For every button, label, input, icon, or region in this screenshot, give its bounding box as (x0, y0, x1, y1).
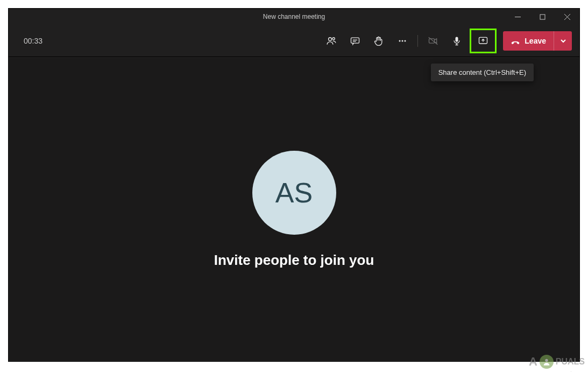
more-icon (397, 36, 408, 46)
window-title: New channel meeting (9, 13, 579, 20)
camera-off-icon (428, 36, 438, 46)
leave-group: Leave (503, 31, 572, 51)
camera-button[interactable] (421, 31, 445, 51)
leave-label: Leave (525, 37, 546, 45)
svg-point-11 (405, 40, 406, 41)
hangup-icon (511, 36, 520, 46)
watermark: A PUALS (529, 355, 585, 369)
leave-button[interactable]: Leave (503, 31, 554, 51)
meeting-stage: AS Invite people to join you (9, 58, 579, 361)
app-window: New channel meeting 00:33 (8, 8, 580, 362)
leave-options-button[interactable] (554, 31, 572, 51)
mic-icon (451, 36, 462, 46)
svg-rect-14 (456, 37, 458, 41)
more-actions-button[interactable] (391, 31, 414, 51)
close-button[interactable] (555, 9, 579, 25)
watermark-text: PUALS (556, 357, 585, 367)
minimize-button[interactable] (505, 9, 530, 25)
svg-point-9 (399, 40, 401, 41)
svg-point-5 (332, 37, 335, 39)
share-tooltip: Share content (Ctrl+Shift+E) (431, 64, 534, 81)
window-controls (505, 9, 579, 25)
chat-icon (350, 36, 360, 46)
people-icon (326, 36, 337, 46)
avatar-initials: AS (275, 177, 313, 209)
minimize-icon (515, 14, 521, 20)
svg-point-10 (402, 40, 403, 41)
meeting-timer: 00:33 (24, 37, 42, 45)
close-icon (564, 14, 570, 20)
svg-rect-6 (351, 38, 359, 43)
meeting-toolbar: 00:33 (9, 25, 579, 57)
raise-hand-icon (373, 36, 384, 46)
raise-hand-button[interactable] (367, 31, 391, 51)
watermark-avatar-icon (540, 355, 554, 369)
share-button-highlight (470, 29, 497, 53)
avatar: AS (252, 151, 336, 235)
maximize-icon (540, 14, 546, 20)
chevron-down-icon (560, 38, 566, 44)
svg-point-16 (545, 359, 548, 362)
share-icon (478, 36, 488, 46)
participants-button[interactable] (320, 31, 343, 51)
svg-rect-1 (540, 15, 545, 19)
microphone-button[interactable] (445, 31, 469, 51)
chat-button[interactable] (343, 31, 367, 51)
titlebar: New channel meeting (9, 9, 579, 25)
invite-heading: Invite people to join you (214, 252, 374, 269)
toolbar-divider (417, 35, 418, 47)
share-content-button[interactable] (471, 30, 495, 52)
maximize-button[interactable] (530, 9, 555, 25)
svg-point-4 (329, 37, 332, 40)
